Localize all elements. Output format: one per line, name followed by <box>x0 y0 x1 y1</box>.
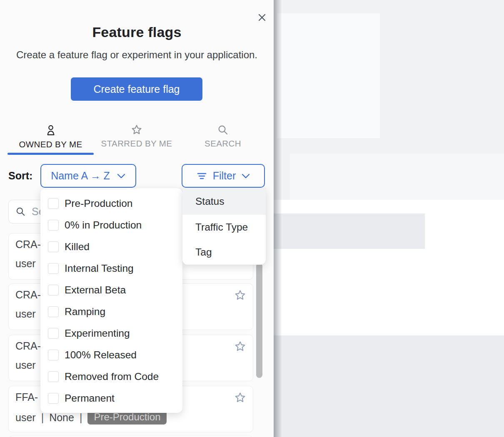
flag-traffic-type: user <box>15 359 36 371</box>
flag-traffic-type: user <box>15 308 36 320</box>
filter-dropdown-button[interactable]: Filter <box>182 164 265 188</box>
star-icon[interactable] <box>234 289 246 301</box>
tab-owned-by-me[interactable]: OWNED BY ME <box>7 124 94 149</box>
filter-icon <box>196 171 207 181</box>
checkbox[interactable] <box>48 328 59 339</box>
checkbox[interactable] <box>48 263 59 274</box>
tab-label: OWNED BY ME <box>19 139 82 149</box>
status-option-internal-testing[interactable]: Internal Testing <box>40 258 182 279</box>
checkbox[interactable] <box>48 241 59 252</box>
checkbox[interactable] <box>48 371 59 382</box>
meta-separator: | <box>80 412 82 424</box>
checkbox[interactable] <box>48 285 59 295</box>
status-option-pre-production[interactable]: Pre-Production <box>40 193 182 214</box>
filter-menu-item-tag[interactable]: Tag <box>182 240 266 265</box>
status-option-ramping[interactable]: Ramping <box>40 301 182 323</box>
chevron-down-icon <box>241 173 250 179</box>
close-button[interactable] <box>257 12 267 23</box>
status-option-killed[interactable]: Killed <box>40 236 182 258</box>
page-skeleton-card <box>277 13 380 138</box>
flag-traffic-type: user <box>15 412 36 424</box>
star-icon[interactable] <box>234 340 246 353</box>
search-icon <box>217 124 229 136</box>
tab-starred-by-me[interactable]: STARRED BY ME <box>94 124 180 149</box>
flag-tags: None <box>49 412 74 424</box>
checkbox[interactable] <box>48 198 59 209</box>
flag-traffic-type: user <box>15 258 36 270</box>
status-option-removed-from-code[interactable]: Removed from Code <box>40 366 182 387</box>
scrollbar-thumb[interactable] <box>256 263 262 378</box>
filter-dropdown-label: Filter <box>213 170 236 182</box>
checkbox[interactable] <box>48 306 59 317</box>
tab-label: SEARCH <box>205 139 241 149</box>
panel-drop-shadow <box>274 0 282 437</box>
filter-by-dropdown: Status Traffic Type Tag <box>182 188 266 265</box>
page-skeleton-bar <box>274 214 425 249</box>
star-icon <box>131 124 142 136</box>
sort-dropdown-button[interactable]: Name A → Z <box>40 164 136 188</box>
checkbox[interactable] <box>48 350 59 360</box>
app-window: Feature flags Create a feature flag or e… <box>0 0 504 437</box>
status-option-permanent[interactable]: Permanent <box>40 387 182 409</box>
tab-search[interactable]: SEARCH <box>192 124 254 149</box>
panel-title: Feature flags <box>0 24 274 40</box>
star-icon[interactable] <box>234 392 246 404</box>
sort-label: Sort: <box>8 170 32 182</box>
person-icon <box>45 124 57 137</box>
status-option-experimenting[interactable]: Experimenting <box>40 323 182 344</box>
panel-subtitle: Create a feature flag or experiment in y… <box>0 49 274 61</box>
close-icon <box>257 12 267 23</box>
search-icon <box>15 206 26 217</box>
sort-dropdown-value: Name A → Z <box>51 170 110 182</box>
meta-separator: | <box>41 412 44 424</box>
status-option-100-released[interactable]: 100% Released <box>40 344 182 366</box>
filter-menu-item-traffic-type[interactable]: Traffic Type <box>182 215 266 240</box>
background-page <box>274 0 504 437</box>
status-option-external-beta[interactable]: External Beta <box>40 279 182 301</box>
active-tab-underline <box>7 153 94 155</box>
chevron-down-icon <box>117 173 126 179</box>
status-filter-dropdown: Pre-Production 0% in Production Killed I… <box>40 188 182 413</box>
tab-label: STARRED BY ME <box>101 139 172 149</box>
create-feature-flag-button[interactable]: Create feature flag <box>71 77 202 101</box>
feature-flags-panel: Feature flags Create a feature flag or e… <box>0 0 274 437</box>
status-option-0-in-production[interactable]: 0% in Production <box>40 214 182 236</box>
page-skeleton-footer-block <box>274 335 504 437</box>
checkbox[interactable] <box>48 220 59 231</box>
page-skeleton-strip <box>290 154 504 200</box>
filter-menu-item-status[interactable]: Status <box>182 188 266 215</box>
checkbox[interactable] <box>48 393 59 404</box>
